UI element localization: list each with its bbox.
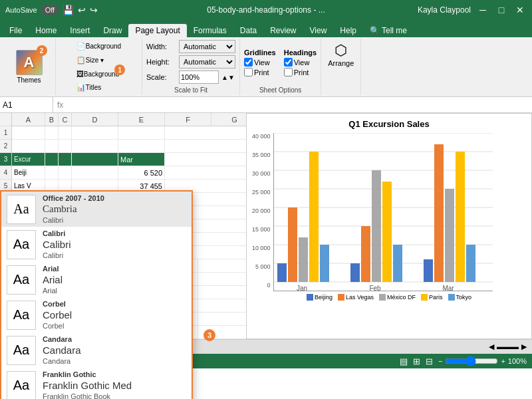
view-normal-btn[interactable]: ▤ — [400, 356, 408, 366]
headings-view-label[interactable]: View — [284, 58, 317, 66]
cell-d2[interactable] — [72, 140, 118, 152]
tab-home[interactable]: Home — [29, 24, 63, 37]
width-select[interactable]: Automatic — [179, 40, 235, 53]
gridlines-view-text: View — [254, 59, 270, 66]
view-page-btn[interactable]: ⊟ — [426, 356, 433, 366]
cell-a2[interactable] — [12, 140, 45, 152]
font-option-calibri[interactable]: Aa Calibri Calibri Calibri — [1, 227, 192, 262]
cell-a3[interactable]: Excur — [12, 153, 45, 166]
gridlines-print-check[interactable] — [244, 68, 253, 76]
tab-file[interactable]: File — [3, 24, 29, 37]
tab-page-layout[interactable]: Page Layout — [128, 24, 186, 37]
width-label: Width: — [146, 43, 176, 51]
scale-input[interactable] — [179, 70, 219, 84]
ribbon-group-themes: A Themes 2 — [3, 39, 56, 95]
cell-b2[interactable] — [45, 140, 59, 152]
font-heading-arial: Arial — [43, 265, 63, 273]
gridlines-print-label[interactable]: Print — [244, 68, 276, 76]
tab-help[interactable]: Help — [333, 24, 363, 37]
minimize-btn[interactable]: ─ — [476, 3, 489, 17]
tab-formulas[interactable]: Formulas — [187, 24, 233, 37]
orientation-icon: 📄 — [76, 42, 86, 51]
name-box[interactable]: A1 — [0, 97, 53, 112]
cell-e1[interactable] — [118, 126, 165, 139]
headings-view-check[interactable] — [284, 58, 293, 66]
page-setup-row1: 📄 Background — [74, 40, 124, 53]
cell-d3[interactable] — [72, 153, 118, 166]
width-row: Width: Automatic — [146, 40, 235, 53]
bar-tokyo-mar — [466, 245, 475, 282]
view-layout-btn[interactable]: ⊞ — [413, 356, 420, 366]
cell-d1[interactable] — [72, 126, 118, 139]
font-option-arial[interactable]: Aa Arial Arial Arial — [1, 262, 192, 297]
themes-button[interactable]: A Themes 2 — [15, 49, 44, 85]
row-1: 1 — [0, 126, 11, 140]
headings-print-check[interactable] — [284, 68, 293, 76]
arrange-btn[interactable]: ⬡ Arrange — [325, 40, 356, 69]
gridlines-view-check[interactable] — [244, 58, 253, 66]
tab-insert[interactable]: Insert — [63, 24, 96, 37]
cell-c2[interactable] — [59, 140, 72, 152]
zoom-out-btn[interactable]: − — [438, 357, 442, 365]
cell-e4[interactable]: 6 520 — [118, 166, 165, 179]
chart-title: Q1 Excursion Sales — [252, 119, 526, 129]
scroll-left-btn[interactable]: ◀ — [489, 342, 494, 351]
titles-btn[interactable]: 📊 Titles — [74, 81, 104, 94]
font-names-corbel: Corbel Corbel Corbel — [43, 300, 72, 330]
font-option-office2007[interactable]: Aa Office 2007 - 2010 Cambria Calibri — [1, 192, 192, 227]
redo-icon[interactable]: ↪ — [90, 5, 98, 15]
cell-c4[interactable] — [59, 166, 72, 179]
badge-1: 1 — [114, 65, 125, 75]
legend-beijing: Beijing — [307, 294, 332, 301]
cell-a4[interactable]: Beiji — [12, 166, 45, 179]
arrange-label: Arrange — [328, 59, 354, 67]
cell-b4[interactable] — [45, 166, 59, 179]
zoom-slider[interactable] — [445, 358, 498, 364]
height-select[interactable]: Automatic — [179, 55, 235, 68]
font-heading-corbel: Corbel — [43, 300, 72, 308]
font-option-candara[interactable]: Aa Candara Candara Candara — [1, 332, 192, 368]
gridlines-view-label[interactable]: View — [244, 58, 276, 66]
cell-c1[interactable] — [59, 126, 72, 139]
tab-tell-me[interactable]: 🔍Tell me — [363, 24, 414, 37]
zoom-in-btn[interactable]: + — [501, 357, 505, 365]
gridlines-print-text: Print — [254, 68, 269, 76]
headings-print-text: Print — [294, 68, 309, 76]
bar-lasvegas-jan — [288, 207, 297, 282]
orientation-btn[interactable]: 📄 Background — [74, 40, 124, 53]
cell-b3[interactable] — [45, 153, 59, 166]
cell-a1[interactable] — [12, 126, 45, 139]
headings-print-label[interactable]: Print — [284, 68, 317, 76]
tab-draw[interactable]: Draw — [96, 24, 128, 37]
scale-row: Scale: ▲▼ — [146, 70, 235, 84]
scroll-bar[interactable]: ▬▬▬ — [497, 342, 519, 351]
tab-data[interactable]: Data — [233, 24, 263, 37]
font-sub-corbel: Corbel — [43, 322, 72, 330]
tab-review[interactable]: Review — [263, 24, 303, 37]
cell-e2[interactable] — [118, 140, 165, 152]
cell-c3[interactable] — [59, 153, 72, 166]
scale-spinner[interactable]: ▲▼ — [221, 74, 235, 81]
font-heading-candara: Candara — [43, 335, 81, 343]
background-btn[interactable]: 🖼 Background 1 — [74, 68, 122, 80]
main-area: Aa Office 2007 - 2010 Cambria Calibri Aa… — [0, 113, 532, 339]
bar-lasvegas-feb — [361, 226, 370, 282]
y-label-4: 20 000 — [252, 207, 271, 226]
close-btn[interactable]: ✕ — [513, 3, 527, 17]
save-icon[interactable]: 💾 — [63, 5, 74, 15]
font-names-arial: Arial Arial Arial — [43, 265, 63, 295]
tab-view[interactable]: View — [303, 24, 334, 37]
font-option-franklin[interactable]: Aa Franklin Gothic Franklin Gothic Med F… — [1, 368, 192, 399]
maximize-btn[interactable]: □ — [495, 3, 508, 17]
cell-e3[interactable]: Mar — [118, 153, 165, 166]
font-option-corbel[interactable]: Aa Corbel Corbel Corbel — [1, 297, 192, 332]
ribbon: A Themes 2 📄 Background 📋 Size ▾ 🖼 — [0, 37, 532, 97]
autosave-toggle[interactable]: Off — [41, 5, 59, 15]
size-btn[interactable]: 📋 Size ▾ — [74, 54, 106, 66]
row-2: 2 — [0, 140, 11, 153]
cell-b1[interactable] — [45, 126, 59, 139]
titles-label: Titles — [86, 84, 102, 91]
undo-icon[interactable]: ↩ — [78, 5, 86, 15]
cell-d4[interactable] — [72, 166, 118, 179]
scroll-right-btn[interactable]: ▶ — [521, 342, 527, 351]
